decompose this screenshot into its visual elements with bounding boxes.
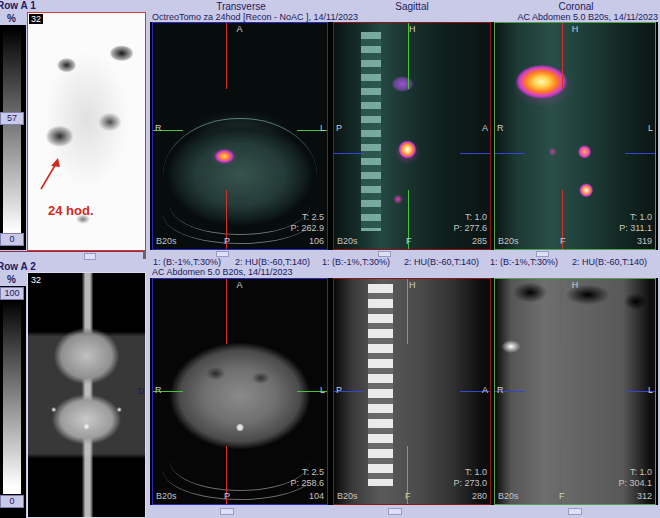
orientation-right: L xyxy=(648,123,653,133)
orientation-top: H xyxy=(409,24,416,34)
row-a2-lower-threshold-marker[interactable]: 0 xyxy=(0,495,24,508)
viewport-ct-transverse[interactable]: A R L P T: 2.5 P: 258.6 B20s 104 xyxy=(152,278,328,505)
viewport-ct-sagittal[interactable]: H P A F T: 1.0 P: 273.0 B20s 280 xyxy=(333,278,491,505)
row-a1-title: Row A 1 xyxy=(0,0,36,11)
viewport-ct-coronal[interactable]: H R L F T: 1.0 P: 304.1 B20s 312 xyxy=(494,278,656,505)
column-scrollbar-thumb[interactable] xyxy=(388,508,402,515)
column-title-transverse: Transverse xyxy=(152,1,330,12)
kernel-label: B20s xyxy=(156,491,177,501)
annotation-arrow-icon xyxy=(36,153,76,195)
row-a1-percent-label: % xyxy=(7,13,16,24)
crosshair-horizontal[interactable] xyxy=(460,153,490,154)
row-divider xyxy=(0,251,146,252)
position-value: P: 262.9 xyxy=(290,223,324,233)
viewport-fused-sagittal[interactable]: H P A F T: 1.0 P: 277.6 B20s 285 xyxy=(333,22,491,250)
series-description-row1: OctreoTomo za 24hod [Recon - NoAC ], 14/… xyxy=(152,12,358,22)
row-a2-ct-mip-viewport[interactable]: 32 xyxy=(27,272,146,518)
ct-table-arc xyxy=(163,185,316,245)
orientation-left: P xyxy=(336,123,342,133)
slice-number: 106 xyxy=(309,236,324,246)
window-1-setting: 1: (B:-1%,T:30%) xyxy=(322,257,390,267)
row-a1-scintigram-viewport[interactable]: 32 24 hod. xyxy=(27,12,146,251)
position-value: P: 304.1 xyxy=(618,478,652,488)
orientation-right: A xyxy=(482,123,488,133)
orientation-top: A xyxy=(237,280,243,290)
row-a1-gray-colorbar[interactable] xyxy=(3,28,21,245)
kernel-label: B20s xyxy=(156,236,177,246)
row-a2-frame-count-badge: 32 xyxy=(31,275,41,285)
orientation-bottom: P xyxy=(224,491,230,501)
kernel-label: B20s xyxy=(337,491,358,501)
column-scrollbar-thumb[interactable] xyxy=(220,508,234,515)
window-2-setting: 2: HU(B:-60,T:140) xyxy=(235,257,310,267)
thickness-value: T: 2.5 xyxy=(302,212,324,222)
orientation-bottom: F xyxy=(405,491,411,501)
slice-number: 319 xyxy=(637,236,652,246)
crosshair-horizontal[interactable] xyxy=(495,153,525,154)
column-scrollbar-thumb[interactable] xyxy=(568,508,582,515)
window-1-setting: 1: (B:-1%,T:30%) xyxy=(490,257,558,267)
thickness-value: T: 1.0 xyxy=(465,467,487,477)
crosshair-vertical[interactable] xyxy=(226,23,227,89)
viewport-fused-transverse[interactable]: A R L P T: 2.5 P: 262.9 B20s 106 xyxy=(152,22,328,250)
orientation-left: R xyxy=(497,385,504,395)
window-2-setting: 2: HU(B:-60,T:140) xyxy=(404,257,479,267)
crosshair-vertical[interactable] xyxy=(562,23,563,89)
orientation-right: L xyxy=(648,385,653,395)
ct-table-arc xyxy=(163,440,316,500)
row-a1-frame-count-badge: 32 xyxy=(29,14,43,24)
thickness-value: T: 1.0 xyxy=(630,212,652,222)
orientation-top: H xyxy=(572,24,579,34)
slice-number: 285 xyxy=(472,236,487,246)
kernel-label: B20s xyxy=(337,236,358,246)
orientation-left: P xyxy=(336,385,342,395)
crosshair-vertical[interactable] xyxy=(226,279,227,344)
sidebar-scrollbar-thumb[interactable] xyxy=(84,253,96,260)
orientation-left: R xyxy=(497,123,504,133)
spine-structure xyxy=(368,284,393,487)
crosshair-horizontal[interactable] xyxy=(625,153,655,154)
separator-tick xyxy=(143,250,146,259)
window-2-setting: 2: HU(B:-60,T:140) xyxy=(572,257,647,267)
window-1-setting: 1: (B:-1%,T:30%) xyxy=(153,257,221,267)
orientation-bottom: F xyxy=(559,491,565,501)
viewport-fused-coronal[interactable]: H R L F T: 1.0 P: 311.1 B20s 319 xyxy=(494,22,656,250)
slice-number: 312 xyxy=(637,491,652,501)
orientation-right: L xyxy=(320,385,325,395)
crosshair-vertical[interactable] xyxy=(561,279,562,344)
orientation-left: R xyxy=(155,385,162,395)
window-settings-transverse: 1: (B:-1%,T:30%)2: HU(B:-60,T:140) xyxy=(153,257,324,267)
row-a2-gray-colorbar[interactable] xyxy=(3,300,21,494)
window-settings-sagittal: 1: (B:-1%,T:30%)2: HU(B:-60,T:140) xyxy=(322,257,493,267)
crosshair-horizontal[interactable] xyxy=(334,153,364,154)
thickness-value: T: 1.0 xyxy=(630,467,652,477)
ct-row: A R L P T: 2.5 P: 258.6 B20s 104 H P A F xyxy=(150,278,658,505)
kernel-label: B20s xyxy=(498,236,519,246)
orientation-label-d: D xyxy=(138,386,145,396)
window-settings-coronal: 1: (B:-1%,T:30%)2: HU(B:-60,T:140) xyxy=(490,257,660,267)
position-value: P: 277.6 xyxy=(453,223,487,233)
application-window: Row A 1 % 57 0 32 24 hod. Row A 2 % 100 … xyxy=(0,0,660,518)
orientation-top: H xyxy=(572,280,579,290)
series-description-row1-right: AC Abdomen 5.0 B20s, 14/11/2023 xyxy=(408,12,658,22)
thickness-value: T: 1.0 xyxy=(465,212,487,222)
column-title-coronal: Coronal xyxy=(494,1,658,12)
row-a2-title: Row A 2 xyxy=(0,261,36,272)
orientation-top: A xyxy=(237,24,243,34)
time-annotation: 24 hod. xyxy=(48,203,94,218)
row-a1-upper-threshold-marker[interactable]: 57 xyxy=(0,112,24,125)
orientation-left: R xyxy=(155,123,162,133)
orientation-bottom: F xyxy=(406,236,412,246)
thickness-value: T: 2.5 xyxy=(302,467,324,477)
main-viewer: Transverse Sagittal Coronal OctreoTomo z… xyxy=(148,0,660,518)
fused-row: A R L P T: 2.5 P: 262.9 B20s 106 H P A F xyxy=(150,22,658,250)
row-a2-upper-threshold-marker[interactable]: 100 xyxy=(0,287,24,300)
column-title-sagittal: Sagittal xyxy=(333,1,491,12)
spine-structure xyxy=(361,32,381,231)
row-a1-lower-threshold-marker[interactable]: 0 xyxy=(0,233,24,246)
kernel-label: B20s xyxy=(498,491,519,501)
orientation-right: A xyxy=(482,385,488,395)
row-a2-percent-label: % xyxy=(7,274,16,285)
crosshair-vertical[interactable] xyxy=(407,279,408,344)
position-value: P: 311.1 xyxy=(619,223,652,233)
